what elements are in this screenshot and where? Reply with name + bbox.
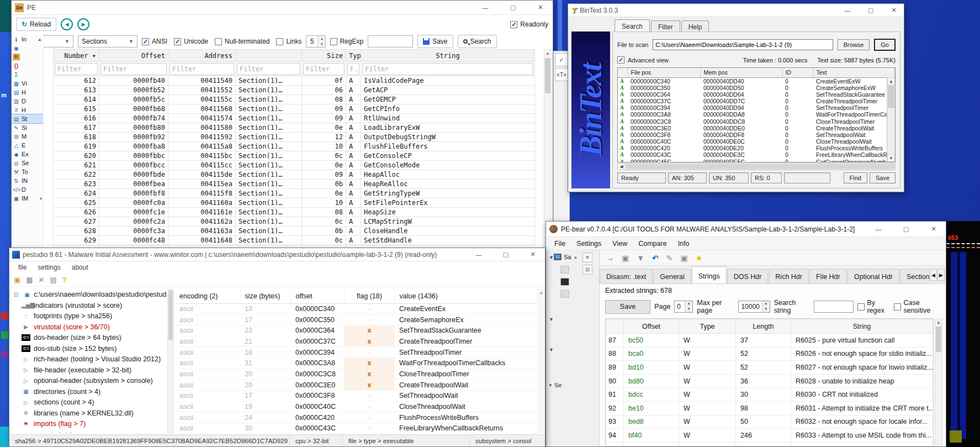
string-row[interactable]: 6280000fc3a0041163aSection(1)…0bACloseHa…	[54, 227, 535, 236]
bintext-result-row[interactable]: A00000000C3F800000040DDF80SetThreadpoolW…	[618, 132, 895, 138]
sidebar-item-vi[interactable]: ▦Vi	[12, 79, 43, 88]
tree-item-dos-stub[interactable]: C:\dos-stub (size > 152 bytes)	[12, 343, 166, 354]
sidebar-item-strings[interactable]: ▤St	[12, 114, 43, 123]
pebear-string-row[interactable]: 88bca0W52R6026 - not enough space for st…	[606, 347, 933, 361]
copy-icon[interactable]: ▣	[681, 254, 688, 262]
desktop-icon[interactable]	[1, 312, 8, 319]
tab-optional-hdr[interactable]: Optional Hdr	[847, 269, 899, 283]
bintext-result-row[interactable]: A00000000C42000000040DE200FlushProcessWr…	[618, 145, 895, 151]
column-header[interactable]: Offset	[99, 50, 168, 62]
tab-general[interactable]: General	[653, 269, 691, 283]
scroll-left-icon[interactable]: ◀	[618, 164, 626, 170]
sidebar-item-entropy[interactable]: △E	[12, 141, 43, 150]
menu-item[interactable]: settings	[33, 262, 65, 272]
column-header[interactable]: size (bytes)	[240, 289, 291, 303]
undo-icon[interactable]: ↶	[652, 254, 659, 262]
null-terminated-checkbox[interactable]: Null-terminated	[215, 38, 269, 45]
max-per-page-stepper[interactable]: 10000 ▲▼	[738, 301, 770, 313]
pestudio-string-row[interactable]: ascii190x0000C40C-CloseThreadpoolWait	[175, 401, 537, 412]
column-header[interactable]: ID	[782, 68, 813, 77]
dock-item-sections[interactable]: ▼ Se	[548, 382, 561, 388]
column-header[interactable]: Type	[679, 319, 736, 334]
column-header[interactable]: Typ	[346, 50, 361, 62]
maximize-button[interactable]: ▢	[894, 222, 918, 236]
stepper-arrows[interactable]: ▲▼	[317, 36, 325, 47]
pebear-table-scrollbar[interactable]: ▲	[935, 318, 942, 446]
sidebar-item-sum[interactable]: Σ	[12, 70, 43, 79]
scrollbar-thumb[interactable]	[936, 327, 941, 352]
sidebar-item-extractor[interactable]: ◆Ex	[12, 150, 43, 159]
sidebar-item-search[interactable]: ◎Se	[12, 159, 43, 167]
help-icon[interactable]: ?	[62, 276, 67, 284]
pestudio-string-row[interactable]: ascii240x0000C420-FlushProcessWriteBuffe…	[175, 412, 537, 423]
case-sensitive-checkbox[interactable]: Case sensitive	[894, 299, 942, 314]
section-block[interactable]	[950, 430, 962, 443]
column-header[interactable]: File pos	[628, 68, 701, 77]
scope-select[interactable]: Sections ▼	[78, 35, 137, 48]
maximize-button[interactable]: ▢	[501, 1, 525, 14]
bintext-result-row[interactable]: A00000000C3A800000040DDA80WaitForThreadp…	[618, 111, 895, 118]
pestudio-string-row[interactable]: ascii180x0000C394-SetThreadpoolTimer	[175, 347, 537, 358]
bintext-result-row[interactable]: A00000000C3C800000040DDC80CloseThreadpoo…	[618, 118, 895, 124]
bintext-result-row[interactable]: A00000000C43C00000040DE3C0FreeLibraryWhe…	[618, 151, 895, 158]
scrollbar-thumb[interactable]	[545, 58, 550, 93]
menu-item[interactable]: Compare	[633, 239, 671, 249]
string-row[interactable]: 6200000fbbc004115bcSection(1)…0cAGetCons…	[54, 151, 535, 161]
string-row[interactable]: 6120000fb4000411540Section(1)…0fAIsValid…	[54, 76, 535, 86]
die-titlebar[interactable]: De PE — ▢ ✕	[12, 1, 553, 15]
follow-arrow-icon[interactable]: →	[606, 254, 614, 262]
sidebar-item-dev[interactable]: </>D	[12, 185, 43, 194]
sidebar-item-im[interactable]: ▣IM▾	[12, 194, 43, 203]
filter-input[interactable]	[55, 63, 98, 75]
find-button[interactable]: Find	[844, 172, 867, 183]
unicode-checkbox[interactable]: ✓Unicode	[174, 38, 208, 45]
column-header[interactable]: String	[791, 319, 933, 334]
desktop-icon[interactable]	[1, 332, 8, 339]
pestudio-string-row[interactable]: ascii300x0000C43C-FreeLibraryWhenCallbac…	[175, 423, 537, 433]
desktop-icon[interactable]	[0, 427, 9, 447]
scrollbar-thumb[interactable]	[626, 164, 894, 169]
pebear-string-row[interactable]: 94bf40W246R6033 - Attempt to use MSIL co…	[606, 429, 933, 443]
chevron-down-icon[interactable]: ▼	[549, 347, 554, 353]
close-panel-button[interactable]: ✕	[582, 253, 592, 262]
bintext-vertical-scrollbar[interactable]: ▲ ▼	[887, 77, 895, 162]
page-stepper[interactable]: 0 ▲▼	[674, 301, 693, 313]
pestudio-string-row[interactable]: ascii210x0000C37CxCreateThreadpoolTimer	[175, 336, 537, 347]
menu-item[interactable]: file	[14, 262, 31, 272]
string-row[interactable]: 6210000fbcc004115ccSection(1)…0eAGetCons…	[54, 161, 535, 170]
filter-input[interactable]	[362, 63, 533, 75]
tab-strings[interactable]: Strings	[692, 266, 727, 283]
string-row[interactable]: 6250000fc0a0041160aSection(1)…10ASetFile…	[54, 198, 535, 208]
scrollbar-thumb[interactable]	[168, 290, 173, 340]
close-button[interactable]: ✕	[884, 4, 904, 17]
menu-item[interactable]: Info	[673, 239, 695, 249]
chevron-down-icon[interactable]: ▼	[549, 317, 554, 322]
sidebar-item-info[interactable]: ℹIn▲	[12, 35, 43, 44]
tab-dos-hdr[interactable]: DOS Hdr	[727, 269, 769, 283]
bintext-result-row[interactable]: A00000000C36400000040DD640SetThreadStack…	[618, 91, 895, 98]
column-header[interactable]: Length	[736, 319, 791, 334]
column-header[interactable]: Mem pos	[701, 68, 782, 77]
favorite-star-icon[interactable]: ★	[696, 254, 703, 262]
links-checkbox[interactable]: Links	[276, 38, 301, 45]
dock-item-sample[interactable]: 32 Sa ▲	[554, 254, 578, 260]
save-button[interactable]: Save	[870, 172, 896, 183]
tree-item-rich-header[interactable]: ▷rich-header (tooling > Visual Studio 20…	[12, 354, 166, 365]
tree-item-indicators[interactable]: ▂▅▇indicators (virustotal > score)	[12, 300, 166, 311]
tree-item-exports[interactable]: ⇄exports (n/a)	[12, 429, 166, 433]
open-file-icon[interactable]: ▣	[14, 276, 20, 284]
menu-item[interactable]: View	[607, 239, 632, 249]
string-row[interactable]: 6180000fb9200411592Section(1)…12AOutputD…	[54, 133, 535, 142]
string-row[interactable]: 6160000fb7400411574Section(1)…09ARtlUnwi…	[54, 114, 535, 123]
pebear-string-row[interactable]: 90bd80W36R6028 - unable to initialize he…	[606, 374, 933, 388]
load-file-icon[interactable]: ▣	[622, 254, 629, 262]
close-file-icon[interactable]: ✕	[39, 276, 45, 284]
pebear-string-row[interactable]: 95c130W50R6034 - inconsistent onexit beg…	[606, 442, 933, 446]
save-button[interactable]: Save	[417, 35, 453, 48]
menu-item[interactable]: File	[549, 239, 570, 249]
tree-item-imports[interactable]: ⚑imports (flag > 7)	[12, 419, 166, 430]
bintext-result-row[interactable]: A00000000C37C00000040DD7C0CreateThreadpo…	[618, 98, 895, 104]
column-header[interactable]: Number ▾	[54, 50, 99, 62]
browse-button[interactable]: Browse	[838, 39, 870, 50]
string-row[interactable]: 6190000fba8004115a8Section(1)…10AFlushFi…	[54, 142, 535, 151]
